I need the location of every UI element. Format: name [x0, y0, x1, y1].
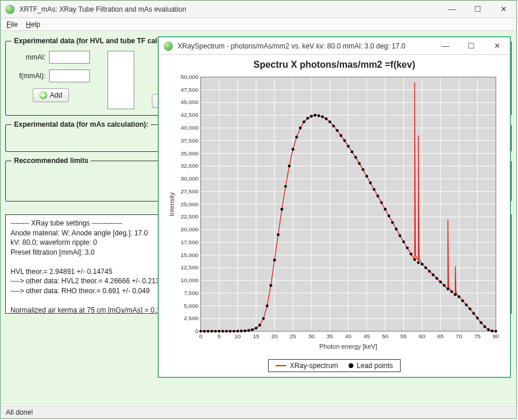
chart-maximize-button[interactable]: ☐ [458, 37, 484, 54]
svg-point-151 [461, 299, 464, 302]
svg-text:25,000: 25,000 [180, 201, 199, 207]
svg-point-118 [339, 134, 342, 137]
chart-minimize-button[interactable]: — [433, 37, 458, 54]
svg-point-90 [236, 330, 239, 333]
svg-point-155 [476, 317, 479, 320]
svg-point-128 [377, 195, 380, 197]
svg-text:15,000: 15,000 [180, 252, 199, 258]
svg-text:45,000: 45,000 [180, 99, 199, 105]
svg-text:22,500: 22,500 [180, 213, 199, 220]
svg-text:5: 5 [218, 333, 221, 339]
chart-close-button[interactable]: ✕ [484, 37, 510, 54]
app-icon [164, 41, 173, 51]
svg-point-100 [273, 259, 276, 262]
svg-point-150 [458, 296, 461, 298]
maximize-button[interactable]: ☐ [465, 1, 491, 18]
legend-series-1: Lead points [357, 362, 393, 370]
chart-legend: XRay-spectrum Lead points [268, 359, 401, 372]
menu-bar: File Help [1, 18, 516, 31]
svg-text:7,500: 7,500 [184, 290, 199, 296]
svg-text:60: 60 [419, 333, 426, 339]
svg-point-133 [395, 228, 398, 231]
svg-text:Intensity: Intensity [168, 192, 175, 216]
svg-point-82 [207, 330, 210, 333]
chart-area: Spectru X photons/mas/mm2 =f(kev) 051015… [159, 55, 510, 377]
svg-text:50,000: 50,000 [180, 74, 199, 80]
svg-point-101 [277, 233, 280, 236]
svg-point-112 [317, 114, 320, 117]
svg-point-110 [310, 115, 313, 118]
svg-point-157 [484, 325, 486, 328]
svg-text:45: 45 [363, 333, 370, 339]
svg-point-123 [358, 162, 361, 165]
svg-point-87 [225, 330, 228, 333]
svg-point-94 [251, 328, 254, 331]
svg-point-138 [413, 258, 416, 261]
svg-text:55: 55 [401, 333, 408, 339]
svg-text:27,500: 27,500 [180, 188, 199, 195]
svg-text:40,000: 40,000 [180, 124, 199, 131]
svg-text:17,500: 17,500 [180, 239, 199, 245]
svg-point-119 [343, 139, 346, 142]
svg-text:2,500: 2,500 [184, 315, 199, 321]
legend-line-swatch [276, 365, 286, 366]
svg-text:12,500: 12,500 [180, 264, 199, 270]
svg-point-83 [210, 330, 213, 333]
minimize-button[interactable]: — [439, 1, 465, 18]
svg-point-98 [266, 304, 269, 307]
svg-point-97 [262, 317, 265, 320]
svg-point-154 [472, 312, 475, 315]
svg-point-80 [199, 330, 202, 333]
app-icon [5, 5, 15, 14]
svg-point-152 [465, 303, 468, 306]
main-titlebar: XRTF_mAs: XRay Tube Filtration and mAs e… [1, 1, 516, 18]
mmAl-label: mmAl: [12, 53, 46, 61]
svg-point-120 [347, 145, 350, 148]
svg-text:35,000: 35,000 [180, 150, 199, 156]
menu-help[interactable]: Help [26, 20, 40, 29]
svg-point-105 [291, 148, 294, 151]
svg-text:0: 0 [195, 328, 199, 334]
svg-point-111 [314, 114, 317, 117]
svg-point-143 [432, 273, 434, 276]
svg-text:20: 20 [272, 333, 279, 339]
plus-icon [39, 91, 47, 99]
svg-point-146 [443, 284, 446, 287]
close-button[interactable]: ✕ [491, 1, 516, 18]
svg-text:65: 65 [437, 333, 444, 339]
chart-window: XRaySpectrum - photons/mAs/mm2 vs. keV k… [158, 36, 511, 378]
fmmAl-input[interactable] [49, 70, 90, 82]
add-button[interactable]: Add [33, 88, 68, 102]
svg-point-125 [366, 175, 368, 178]
svg-point-135 [402, 241, 405, 244]
status-text: All done! [6, 408, 33, 416]
svg-point-141 [425, 266, 427, 269]
group-legend: Experimental data (for mAs calculation): [12, 120, 151, 129]
menu-file[interactable]: File [6, 20, 18, 29]
svg-point-126 [369, 182, 372, 185]
svg-point-92 [244, 329, 246, 332]
svg-point-145 [439, 280, 442, 283]
svg-text:5,000: 5,000 [184, 303, 199, 309]
svg-text:50: 50 [382, 333, 389, 339]
svg-point-115 [328, 120, 331, 123]
svg-point-95 [255, 327, 258, 329]
mmAl-input[interactable] [49, 51, 90, 64]
svg-text:0: 0 [199, 333, 203, 339]
svg-point-158 [487, 328, 490, 331]
svg-point-84 [214, 330, 217, 333]
svg-point-107 [299, 127, 302, 130]
svg-point-131 [387, 214, 390, 217]
svg-point-149 [454, 293, 457, 296]
svg-text:32,500: 32,500 [180, 162, 199, 169]
svg-point-130 [384, 208, 387, 211]
svg-text:37,500: 37,500 [180, 137, 199, 144]
svg-point-122 [354, 156, 357, 159]
svg-point-124 [361, 168, 364, 171]
svg-text:30: 30 [308, 333, 315, 339]
svg-point-91 [240, 329, 243, 332]
svg-point-88 [229, 330, 232, 333]
svg-point-103 [284, 185, 287, 188]
chart-title: Spectru X photons/mas/mm2 =f(kev) [159, 55, 510, 70]
data-listbox[interactable] [107, 51, 134, 109]
